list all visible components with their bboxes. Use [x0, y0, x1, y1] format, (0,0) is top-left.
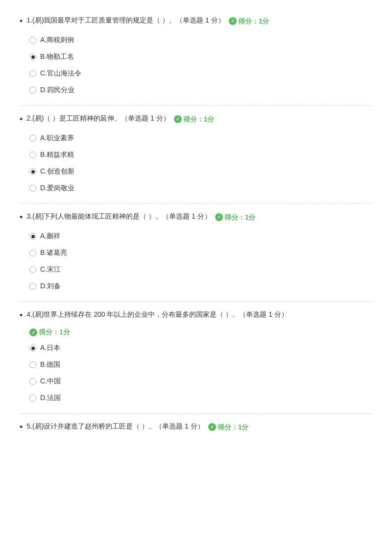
- option-text-4d: D.法国: [40, 394, 61, 403]
- option-1d[interactable]: D.四民分业: [29, 84, 372, 97]
- score-badge-3: ✓ 得分：1分: [215, 212, 256, 223]
- divider-4: [20, 413, 372, 414]
- radio-2c[interactable]: [29, 168, 36, 175]
- bullet-2: •: [20, 113, 23, 126]
- question-2: • 2.(易)（ ）是工匠精神的延伸。（单选题 1 分） ✓ 得分：1分 A.职…: [20, 113, 372, 195]
- option-4a[interactable]: A.日本: [29, 342, 372, 354]
- check-icon-1: ✓: [229, 17, 237, 25]
- option-1c[interactable]: C.官山海法令: [29, 67, 372, 80]
- option-text-3d: D.刘备: [40, 282, 61, 291]
- question-3-text: 3.(易)下列人物最能体现工匠精神的是（ ）。（单选题 1 分） ✓ 得分：1分: [26, 211, 372, 223]
- radio-4c[interactable]: [29, 378, 36, 385]
- option-2d[interactable]: D.爱岗敬业: [29, 182, 372, 195]
- option-2c[interactable]: C.创造创新: [29, 165, 372, 178]
- option-2a[interactable]: A.职业素养: [29, 132, 372, 145]
- question-2-text: 2.(易)（ ）是工匠精神的延伸。（单选题 1 分） ✓ 得分：1分: [26, 113, 372, 125]
- bullet-5: •: [20, 421, 23, 434]
- radio-2a[interactable]: [29, 135, 36, 142]
- option-3d[interactable]: D.刘备: [29, 280, 372, 293]
- check-icon-3: ✓: [215, 213, 223, 221]
- score-badge-5: ✓ 得分：1分: [208, 422, 249, 432]
- option-text-2c: C.创造创新: [40, 167, 74, 176]
- options-list-4: A.日本 B.德国 C.中国 D.法国: [29, 342, 372, 404]
- radio-2d[interactable]: [29, 185, 36, 192]
- check-icon-4: ✓: [29, 328, 37, 336]
- options-list-1: A.商税则例 B.物勒工名 C.官山海法令 D.四民分业: [29, 34, 372, 97]
- radio-3d[interactable]: [29, 283, 36, 290]
- option-4b[interactable]: B.德国: [29, 358, 372, 371]
- option-text-4c: C.中国: [40, 377, 61, 386]
- options-list-2: A.职业素养 B.精益求精 C.创造创新 D.爱岗敬业: [29, 132, 372, 195]
- radio-1a[interactable]: [29, 37, 36, 44]
- option-text-4b: B.德国: [40, 360, 60, 369]
- radio-4d[interactable]: [29, 395, 36, 402]
- option-text-1b: B.物勒工名: [40, 52, 74, 61]
- radio-4a[interactable]: [29, 345, 36, 352]
- option-3c[interactable]: C.宋江: [29, 263, 372, 276]
- option-3b[interactable]: B.诸葛亮: [29, 247, 372, 259]
- option-text-4a: A.日本: [40, 344, 60, 353]
- question-1-text: 1.(易)我国最早对于工匠质量管理的规定是（ ）。（单选题 1 分） ✓ 得分：…: [26, 15, 372, 26]
- bullet-3: •: [20, 211, 23, 224]
- radio-1d[interactable]: [29, 87, 36, 94]
- score-badge-2: ✓ 得分：1分: [174, 114, 215, 125]
- option-text-1c: C.官山海法令: [40, 69, 81, 78]
- question-1: • 1.(易)我国最早对于工匠质量管理的规定是（ ）。（单选题 1 分） ✓ 得…: [20, 15, 372, 97]
- option-text-3b: B.诸葛亮: [40, 249, 67, 257]
- option-4d[interactable]: D.法国: [29, 392, 372, 404]
- option-text-1d: D.四民分业: [40, 86, 74, 95]
- options-list-3: A.蒯祥 B.诸葛亮 C.宋江 D.刘备: [29, 230, 372, 293]
- divider-3: [20, 302, 372, 302]
- option-text-2a: A.职业素养: [40, 134, 74, 143]
- bullet-4: •: [20, 309, 23, 322]
- divider-1: [20, 105, 372, 106]
- option-1a[interactable]: A.商税则例: [29, 34, 372, 47]
- radio-3c[interactable]: [29, 266, 36, 273]
- divider-2: [20, 203, 372, 204]
- option-text-1a: A.商税则例: [40, 36, 74, 45]
- option-text-3a: A.蒯祥: [40, 232, 60, 241]
- quiz-container: • 1.(易)我国最早对于工匠质量管理的规定是（ ）。（单选题 1 分） ✓ 得…: [20, 15, 372, 434]
- question-3: • 3.(易)下列人物最能体现工匠精神的是（ ）。（单选题 1 分） ✓ 得分：…: [20, 211, 372, 293]
- option-text-3c: C.宋江: [40, 265, 61, 274]
- option-1b[interactable]: B.物勒工名: [29, 50, 372, 63]
- check-icon-5: ✓: [208, 423, 216, 431]
- radio-2b[interactable]: [29, 151, 36, 158]
- score-badge-1: ✓ 得分：1分: [229, 16, 270, 26]
- radio-3a[interactable]: [29, 233, 36, 240]
- radio-3b[interactable]: [29, 250, 36, 256]
- question-5: • 5.(易)设计并建造了赵州桥的工匠是（ ）。（单选题 1 分） ✓ 得分：1…: [20, 421, 372, 434]
- option-3a[interactable]: A.蒯祥: [29, 230, 372, 243]
- radio-1b[interactable]: [29, 53, 36, 60]
- question-4: • 4.(易)世界上持续存在 200 年以上的企业中，分布最多的国家是（ ）。（…: [20, 309, 372, 404]
- bullet-1: •: [20, 15, 23, 28]
- radio-1c[interactable]: [29, 70, 36, 77]
- question-4-text: 4.(易)世界上持续存在 200 年以上的企业中，分布最多的国家是（ ）。（单选…: [26, 309, 372, 320]
- question-5-text: 5.(易)设计并建造了赵州桥的工匠是（ ）。（单选题 1 分） ✓ 得分：1分: [26, 421, 372, 432]
- radio-4b[interactable]: [29, 361, 36, 368]
- option-2b[interactable]: B.精益求精: [29, 149, 372, 161]
- score-badge-4-block: ✓ 得分：1分: [29, 328, 372, 337]
- option-text-2b: B.精益求精: [40, 151, 74, 159]
- option-text-2d: D.爱岗敬业: [40, 184, 74, 193]
- option-4c[interactable]: C.中国: [29, 375, 372, 388]
- check-icon-2: ✓: [174, 115, 182, 123]
